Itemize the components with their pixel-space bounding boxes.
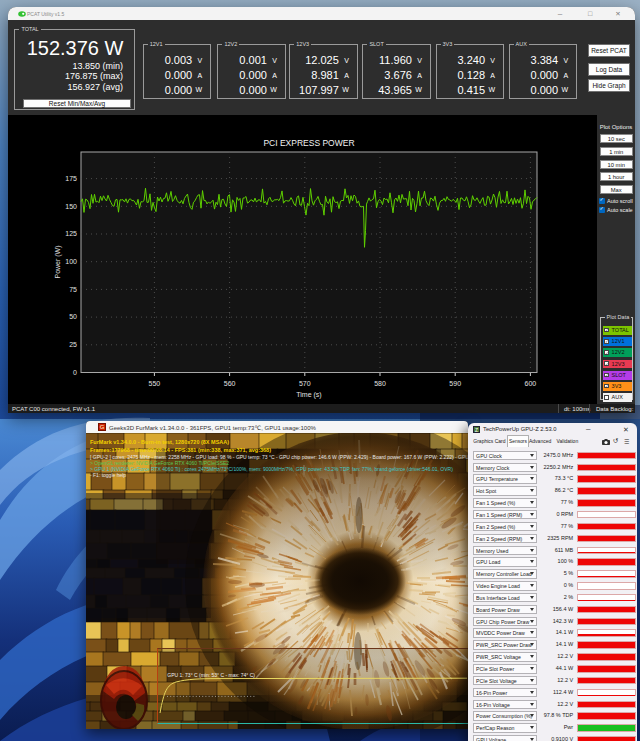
svg-text:150: 150: [65, 203, 77, 210]
svg-text:25: 25: [69, 341, 77, 348]
svg-text:560: 560: [224, 380, 236, 387]
svg-text:50: 50: [69, 313, 77, 320]
svg-text:Time (s): Time (s): [296, 391, 321, 399]
svg-text:580: 580: [374, 380, 386, 387]
svg-text:100: 100: [65, 258, 77, 265]
svg-text:PCI EXPRESS POWER: PCI EXPRESS POWER: [263, 138, 354, 148]
svg-text:590: 590: [449, 380, 461, 387]
svg-text:Power (W): Power (W): [54, 245, 62, 278]
svg-text:550: 550: [149, 380, 161, 387]
svg-text:600: 600: [525, 380, 537, 387]
svg-text:570: 570: [299, 380, 311, 387]
svg-text:0: 0: [73, 369, 77, 376]
svg-text:75: 75: [69, 286, 77, 293]
svg-text:125: 125: [65, 230, 77, 237]
svg-text:175: 175: [65, 175, 77, 182]
